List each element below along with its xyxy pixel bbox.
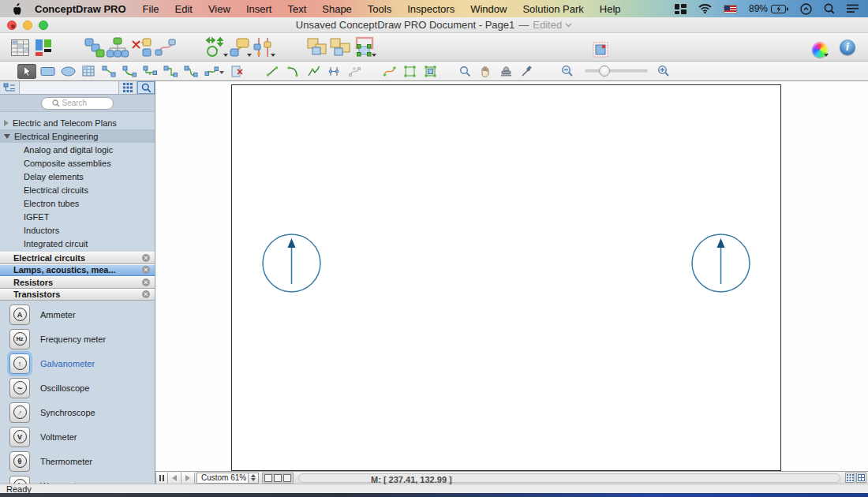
info-button[interactable]: i [840, 39, 855, 55]
menu-help[interactable]: Help [592, 3, 629, 15]
tree-item-electric-telecom[interactable]: Electric and Telecom Plans [0, 116, 155, 129]
zoom-slider-knob[interactable] [599, 65, 610, 77]
galvanometer-shape[interactable] [690, 232, 752, 294]
close-library-icon[interactable]: × [142, 290, 150, 298]
menu-inspectors[interactable]: Inspectors [399, 3, 462, 15]
tree-child-electrical-circuits[interactable]: Electrical circuits [0, 183, 155, 196]
synchroscope-icon[interactable]: ↑ [9, 402, 30, 423]
curved-connector-icon[interactable] [153, 36, 177, 59]
page-tab-2[interactable] [274, 474, 282, 482]
frequency-meter-icon[interactable]: Hz [9, 329, 30, 349]
menu-solution-park[interactable]: Solution Park [514, 3, 591, 15]
tree-child-igfet[interactable]: IGFET [0, 210, 155, 223]
zoom-window-button[interactable] [39, 21, 48, 30]
reroute-connectors-icon[interactable] [129, 36, 153, 59]
color-wheel-icon[interactable] [810, 36, 829, 59]
search-view-button[interactable] [137, 81, 155, 94]
menu-tools[interactable]: Tools [360, 3, 399, 15]
icon-view-button[interactable] [118, 81, 137, 94]
callout-tool-icon[interactable] [227, 36, 251, 59]
library-electrical-circuits[interactable]: Electrical circuits × [0, 252, 155, 264]
page-tab-3[interactable] [283, 474, 291, 482]
tree-child-inductors[interactable]: Inductors [0, 223, 155, 237]
table-view-icon[interactable] [8, 36, 32, 59]
tree-child-delay[interactable]: Delay elements [0, 170, 155, 183]
menu-file[interactable]: File [135, 3, 167, 15]
ammeter-icon[interactable]: A [9, 305, 30, 325]
tree-child-integrated-circuit[interactable]: Integrated circuit [0, 237, 155, 250]
galvanometer-icon[interactable]: ↑ [9, 353, 30, 374]
shape-item-thermometer[interactable]: θ Thermometer [0, 449, 155, 473]
shape-item-galvanometer[interactable]: ↑ Galvanometer [0, 351, 155, 376]
voltmeter-icon[interactable]: V [9, 427, 30, 447]
notification-center-icon[interactable] [847, 4, 859, 13]
workspace-grid-icon[interactable] [675, 4, 687, 14]
line-tool[interactable] [263, 64, 282, 79]
spline-edit-tool[interactable] [380, 64, 398, 79]
workspace-layout-icon[interactable] [32, 36, 55, 59]
library-transistors[interactable]: Transistors × [0, 289, 155, 301]
library-filter-field[interactable] [20, 81, 118, 94]
minimize-window-button[interactable] [23, 21, 32, 30]
select-tool[interactable] [17, 64, 36, 79]
wavemeter-icon[interactable]: λ [9, 476, 30, 484]
disclosure-collapsed-icon[interactable] [4, 120, 9, 126]
table-tool[interactable] [79, 64, 98, 79]
insert-picture-icon[interactable] [589, 36, 612, 59]
previous-page-button[interactable] [168, 473, 181, 484]
zoom-tool[interactable] [455, 64, 474, 79]
page-tab-1[interactable] [264, 474, 272, 482]
menu-shape[interactable]: Shape [314, 3, 360, 15]
chain-layout-icon[interactable] [82, 36, 106, 59]
galvanometer-shape[interactable] [260, 232, 323, 294]
battery-indicator[interactable]: 89% [749, 3, 788, 14]
grid-snap-button[interactable] [845, 473, 855, 483]
shape-item-oscilloscope[interactable]: ~ Oscilloscope [0, 376, 155, 400]
zoom-level-field[interactable]: Custom 61% [196, 473, 249, 484]
edited-label[interactable]: Edited [533, 19, 562, 31]
pan-hand-tool[interactable] [476, 64, 495, 79]
tree-child-composite[interactable]: Composite assemblies [0, 156, 155, 170]
tree-layout-icon[interactable] [106, 36, 129, 59]
oscilloscope-icon[interactable]: ~ [9, 378, 30, 398]
disclosure-expanded-icon[interactable] [4, 134, 10, 139]
shape-item-voltmeter[interactable]: V Voltmeter [0, 424, 155, 449]
tree-item-electrical-engineering[interactable]: Electrical Engineering [0, 129, 155, 143]
direct-connector-tool[interactable] [99, 64, 118, 79]
shape-item-ammeter[interactable]: A Ammeter [0, 302, 155, 327]
zoom-slider[interactable] [585, 69, 648, 73]
search-input-pill[interactable] [41, 97, 114, 110]
zoom-stepper[interactable] [249, 473, 259, 484]
input-language-flag-icon[interactable] [724, 5, 737, 13]
edited-chevron-icon[interactable] [565, 23, 572, 28]
frame-selection-icon[interactable] [352, 36, 376, 59]
grid-view-button[interactable] [856, 473, 866, 483]
ellipse-tool[interactable] [58, 64, 77, 79]
tree-connector-tool[interactable] [140, 64, 159, 79]
mirror-tool[interactable] [324, 64, 343, 79]
eyedropper-tool[interactable] [517, 64, 536, 79]
library-resistors[interactable]: Resistors × [0, 276, 155, 289]
tree-child-analog-digital[interactable]: Analog and digital logic [0, 143, 155, 156]
menu-view[interactable]: View [200, 3, 238, 15]
distribute-shapes-icon[interactable] [251, 36, 275, 59]
zoom-in-button[interactable] [654, 64, 673, 79]
gauge-menu-icon[interactable] [800, 3, 812, 15]
search-input[interactable] [62, 99, 103, 107]
resize-behavior-icon[interactable] [204, 36, 227, 59]
menu-text[interactable]: Text [279, 3, 314, 15]
wifi-icon[interactable] [698, 4, 712, 13]
spotlight-search-icon[interactable] [824, 3, 835, 14]
menu-edit[interactable]: Edit [167, 3, 200, 15]
disconnect-tool[interactable] [228, 64, 247, 79]
shape-item-wavemeter[interactable]: λ Wavemeter [0, 473, 155, 484]
library-lamps-acoustics[interactable]: Lamps, acoustics, mea... × [0, 264, 155, 277]
smart-connector-tool[interactable] [202, 64, 221, 79]
window-title-bar[interactable]: Unsaved ConceptDraw PRO Document - Page1… [0, 17, 868, 33]
arc-connector-tool[interactable] [120, 64, 139, 79]
rectangle-tool[interactable] [38, 64, 57, 79]
shape-item-frequency-meter[interactable]: Hz Frequency meter [0, 327, 155, 351]
close-library-icon[interactable]: × [142, 278, 150, 286]
zoom-out-button[interactable] [558, 64, 577, 79]
thermometer-icon[interactable]: θ [9, 451, 30, 472]
